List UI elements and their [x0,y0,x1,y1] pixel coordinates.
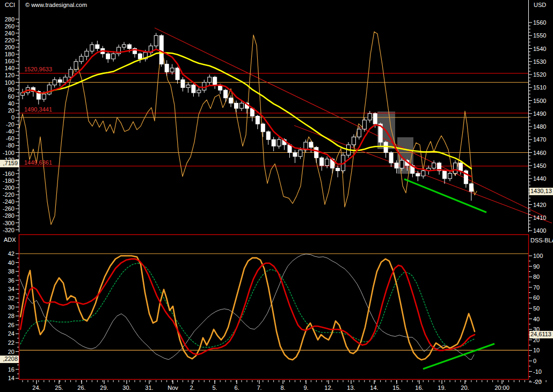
cci-tick-label: 80 [0,86,14,93]
adx-tick-label: 42 [0,250,14,257]
cci-tick-label: 120 [0,72,14,78]
x-axis-label: 5. [212,384,217,391]
cci-tick-label: -40 [0,128,14,135]
adx-tick-label: 24 [0,330,14,337]
last-cci-value-box: ,7159 [0,160,19,167]
cci-tick-label: -160 [0,171,14,177]
usd-tick-label: 1550 [533,32,546,39]
chart-canvas[interactable] [0,0,553,392]
x-axis-label: 6. [234,384,239,391]
cci-tick-label: -320 [0,227,14,233]
usd-tick-label: 1500 [533,98,546,104]
trading-chart-window: CCI © www.tradesignal.com USD ADX DSS-BL… [0,0,553,392]
usd-tick-label: 1460 [533,150,546,156]
cci-tick-label: 180 [0,51,14,57]
x-axis-label: 8. [280,384,285,391]
cci-tick-label: 40 [0,100,14,107]
cci-tick-label: 60 [0,93,14,100]
adx-tick-label: 30 [0,304,14,310]
dss-tick-label: 60 [533,294,540,301]
cci-tick-label: -300 [0,220,14,226]
adx-tick-label: 28 [0,313,14,319]
cci-tick-label: -260 [0,205,14,212]
usd-tick-label: 1470 [533,136,546,143]
dss-tick-label: -10 [533,368,542,375]
copyright-text: © www.tradesignal.com [25,2,87,8]
dss-tick-label: 80 [533,273,540,280]
dss-tick-label: 40 [533,316,540,322]
x-axis-label: 20. [461,384,469,391]
cci-tick-label: 0 [0,114,14,121]
usd-tick-label: 1400 [533,227,546,234]
x-axis-label: 16. [415,384,423,391]
adx-tick-label: 36 [0,277,14,284]
cci-tick-label: -20 [0,121,14,128]
usd-tick-label: 1450 [533,162,546,169]
adx-tick-label: 16 [0,366,14,373]
dss-tick-label: 70 [533,284,540,291]
x-axis-label: 25. [55,384,63,391]
cci-tick-label: -220 [0,191,14,198]
usd-tick-label: 1530 [533,58,546,65]
dss-tick-label: -20 [533,379,542,385]
dss-tick-label: 100 [533,253,543,259]
cci-tick-label: -200 [0,184,14,191]
dss-tick-label: 90 [533,263,540,270]
adx-axis-title: ADX [4,236,16,243]
adx-tick-label: 20 [0,349,14,355]
x-axis-label: 14. [370,384,378,391]
adx-tick-label: 22 [0,339,14,346]
cci-tick-label: 100 [0,79,14,86]
adx-tick-label: 26 [0,322,14,328]
adx-tick-label: 34 [0,286,14,292]
price-level-label-2: 1490,3441 [24,106,52,113]
cci-tick-label: -180 [0,177,14,184]
dss-axis-title: DSS-BLA [530,237,553,243]
cci-tick-label: 260 [0,23,14,29]
x-axis-label: Nov [168,384,178,391]
dss-tick-label: 50 [533,305,540,312]
cci-tick-label: 160 [0,58,14,64]
x-axis-label: 24. [32,384,40,391]
usd-tick-label: 1520 [533,71,546,78]
usd-tick-label: 1540 [533,46,546,52]
cci-tick-label: -60 [0,135,14,142]
usd-axis-title: USD [534,2,546,8]
x-axis-label: 12. [324,384,332,391]
cci-tick-label: -240 [0,198,14,205]
x-axis-label: 20:00 [494,384,510,391]
x-axis-label: 2. [190,384,194,391]
x-axis-label: 7. [257,384,261,391]
adx-tick-label: 40 [0,260,14,266]
last-dss-value-box: 24,6113 [529,331,553,338]
adx-tick-label: 38 [0,268,14,275]
usd-tick-label: 1480 [533,123,546,130]
usd-tick-label: 1440 [533,175,546,182]
cci-tick-label: 200 [0,44,14,50]
price-level-label-1: 1520,9633 [24,66,52,72]
last-price-value-box: 1430,13 [529,188,553,195]
usd-tick-label: 1560 [533,19,546,26]
dss-tick-label: 0 [533,358,536,364]
x-axis-label: 30. [122,384,130,391]
cci-tick-label: 140 [0,65,14,71]
usd-tick-label: 1510 [533,84,546,91]
dss-tick-label: 10 [533,347,540,353]
x-axis-label: 29. [100,384,108,391]
cci-tick-label: -280 [0,212,14,219]
cci-tick-label: 240 [0,30,14,36]
cci-tick-label: -80 [0,142,14,149]
x-axis-label: 9. [303,384,308,391]
price-level-label-3: 1449,6361 [24,159,52,166]
cci-axis-title: CCI [5,2,15,8]
usd-tick-label: 1490 [533,110,546,117]
last-adx-value-box: ,2208 [0,356,19,363]
cci-tick-label: 220 [0,37,14,43]
x-axis-label: 19. [438,384,446,391]
cci-tick-label: -100 [0,150,14,156]
adx-tick-label: 32 [0,295,14,301]
usd-tick-label: 1410 [533,215,546,221]
x-axis-label: 31. [145,384,153,391]
x-axis-label: 26. [77,384,85,391]
adx-tick-label: 14 [0,375,14,381]
